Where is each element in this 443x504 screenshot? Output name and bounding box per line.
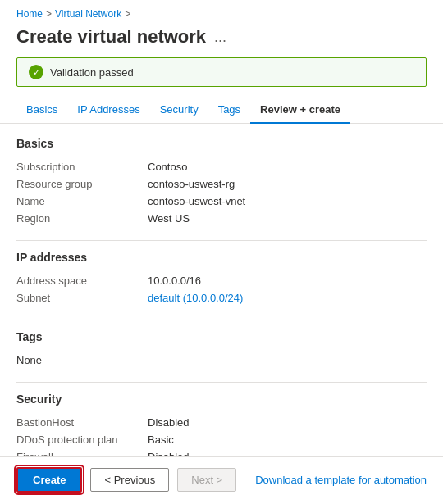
security-section: Security BastionHost Disabled DDoS prote… [16,393,427,465]
subnet-label: Subnet [16,292,148,304]
ip-addresses-section: IP addresses Address space 10.0.0.0/16 S… [16,251,427,306]
divider-2 [16,320,427,320]
table-row: Address space 10.0.0.0/16 [16,272,427,289]
subscription-label: Subscription [16,161,148,173]
previous-button[interactable]: < Previous [90,468,169,492]
divider-1 [16,240,427,241]
tabs-container: Basics IP Addresses Security Tags Review… [0,97,443,124]
ddos-value: Basic [148,434,174,446]
tab-review-create[interactable]: Review + create [250,97,350,124]
validation-check-icon: ✓ [29,65,43,79]
table-row: BastionHost Disabled [16,414,427,431]
resource-group-value: contoso-uswest-rg [148,178,235,190]
validation-banner: ✓ Validation passed [16,57,427,87]
tab-tags[interactable]: Tags [208,97,250,124]
subscription-value: Contoso [148,161,187,173]
table-row: Region West US [16,210,427,227]
tab-basics[interactable]: Basics [16,97,67,124]
breadcrumb-home[interactable]: Home [16,8,43,20]
table-row: Subnet default (10.0.0.0/24) [16,289,427,306]
name-label: Name [16,195,148,207]
table-row: Subscription Contoso [16,158,427,175]
tags-section-title: Tags [16,330,427,343]
main-content: Basics Subscription Contoso Resource gro… [0,137,443,465]
bastion-host-value: Disabled [148,416,190,429]
resource-group-label: Resource group [16,178,148,190]
divider-3 [16,382,427,383]
address-space-label: Address space [16,275,148,287]
page-header: Create virtual network ... [0,23,443,57]
breadcrumb-separator-2: > [125,8,130,20]
name-value: contoso-uswest-vnet [148,195,245,207]
create-button[interactable]: Create [16,467,82,493]
region-label: Region [16,212,148,225]
table-row: Resource group contoso-uswest-rg [16,175,427,193]
breadcrumb-virtual-network[interactable]: Virtual Network [55,8,121,20]
tags-section: Tags None [16,330,427,369]
breadcrumb: Home > Virtual Network > [0,0,443,23]
tab-security[interactable]: Security [150,97,208,124]
ip-addresses-section-title: IP addresses [16,251,427,264]
basics-section: Basics Subscription Contoso Resource gro… [16,137,427,227]
ellipsis-icon[interactable]: ... [214,29,226,46]
security-section-title: Security [16,393,427,406]
validation-message: Validation passed [50,66,134,79]
page-title: Create virtual network [16,26,206,48]
table-row: DDoS protection plan Basic [16,431,427,448]
next-button: Next > [177,468,236,492]
tags-none-value: None [16,354,42,366]
ddos-label: DDoS protection plan [16,434,148,446]
address-space-value: 10.0.0.0/16 [148,275,201,287]
table-row: Name contoso-uswest-vnet [16,193,427,210]
table-row: None [16,352,427,369]
region-value: West US [148,212,190,225]
basics-section-title: Basics [16,137,427,150]
tab-ip-addresses[interactable]: IP Addresses [67,97,149,124]
subnet-value[interactable]: default (10.0.0.0/24) [148,292,243,304]
breadcrumb-separator-1: > [46,8,52,20]
bastion-host-label: BastionHost [16,416,148,429]
footer: Create < Previous Next > Download a temp… [0,456,443,504]
download-template-link[interactable]: Download a template for automation [255,469,427,491]
